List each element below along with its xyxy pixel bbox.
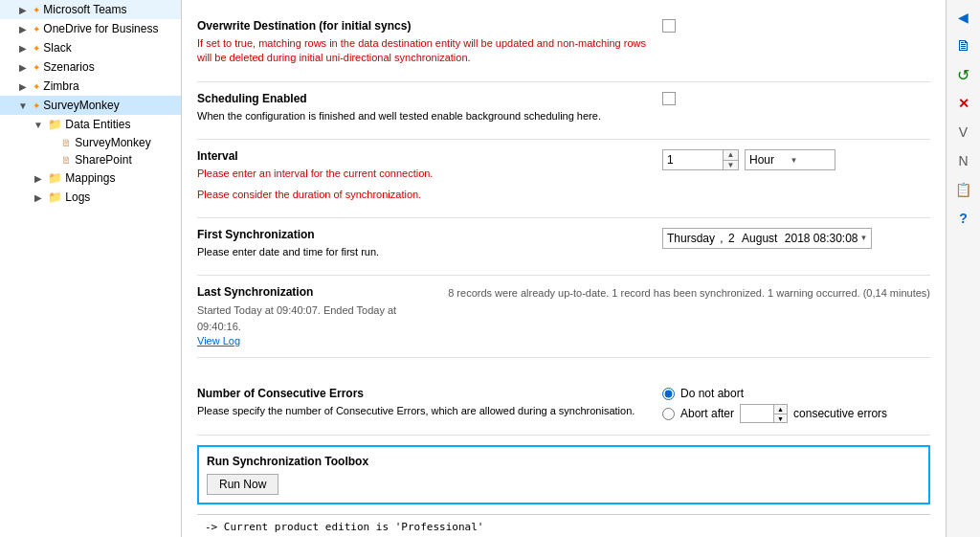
sidebar-item-zimbra[interactable]: ▶ ✦ Zimbra <box>0 77 181 96</box>
dropdown-arrow-icon: ▼ <box>791 156 832 165</box>
toolbox-section: Run Synchronization Toolbox Run Now <box>197 445 930 504</box>
consecutive-errors-desc: Please specify the number of Consecutive… <box>197 404 655 418</box>
consecutive-errors-section: Number of Consecutive Errors Please spec… <box>197 377 930 435</box>
last-sync-started: Started Today at 09:40:07. Ended Today a… <box>197 302 440 334</box>
star-icon: ✦ <box>33 62 40 73</box>
sidebar-item-label: Logs <box>65 190 90 204</box>
sidebar-item-label: SurveyMonkey <box>75 136 150 149</box>
log-line-0: -> Current product edition is 'Professio… <box>205 519 923 536</box>
interval-value-input[interactable] <box>667 150 726 169</box>
sidebar-item-slack[interactable]: ▶ ✦ Slack <box>0 38 181 57</box>
run-now-button[interactable]: Run Now <box>207 474 278 495</box>
abort-after-radio[interactable] <box>662 408 675 420</box>
log-output: -> Current product edition is 'Professio… <box>197 514 930 537</box>
expand-icon[interactable]: ▶ <box>15 59 31 75</box>
refresh-button[interactable]: ↺ <box>950 61 977 88</box>
first-sync-date-ctrl[interactable]: Thursday , 2 August 2018 08:30:08 ▼ <box>662 228 872 249</box>
sidebar-item-data-entities[interactable]: ▼ 📁 Data Entities <box>0 115 181 134</box>
abort-spinner-up[interactable]: ▲ <box>774 405 787 414</box>
interval-desc2: Please consider the duration of synchron… <box>197 188 655 202</box>
view-log-link[interactable]: View Log <box>197 335 240 347</box>
expand-icon[interactable]: ▶ <box>15 40 31 56</box>
scheduling-section: Scheduling Enabled When the configuratio… <box>197 82 930 140</box>
abort-spinner-down[interactable]: ▼ <box>774 414 787 423</box>
sidebar-item-label: Mappings <box>65 171 115 185</box>
sidebar-item-szenarios[interactable]: ▶ ✦ Szenarios <box>0 57 181 77</box>
expand-icon[interactable]: ▶ <box>15 78 31 94</box>
star-icon: ✦ <box>33 43 40 54</box>
abort-value-input[interactable] <box>743 407 775 420</box>
date-separator3 <box>779 232 782 245</box>
sidebar-item-sharepoint-entity[interactable]: 🗎 SharePoint <box>0 151 181 168</box>
back-button[interactable]: ◀ <box>950 4 977 31</box>
sidebar-item-label: Data Entities <box>65 118 130 131</box>
right-toolbar: ◀ 🗎 ↺ ✕ V N 📋 ? <box>946 0 980 537</box>
delete-button[interactable]: ✕ <box>950 90 977 117</box>
abort-after-row: Abort after ▲ ▼ consecutive errors <box>662 404 887 423</box>
scheduling-title: Scheduling Enabled <box>197 92 655 105</box>
sidebar-item-label: Zimbra <box>43 79 78 93</box>
sidebar-item-mappings[interactable]: ▶ 📁 Mappings <box>0 168 181 188</box>
interval-unit-value: Hour <box>749 153 791 167</box>
overwrite-title: Overwrite Destination (for initial syncs… <box>197 19 655 33</box>
day-value: 2 <box>728 232 735 245</box>
datetime-value: 2018 08:30:08 <box>785 232 858 245</box>
sidebar-item-logs[interactable]: ▶ 📁 Logs <box>0 188 181 207</box>
folder-icon: 📁 <box>48 118 62 131</box>
overwrite-desc: If set to true, matching rows in the dat… <box>197 36 655 66</box>
sidebar-item-onedrive[interactable]: ▶ ✦ OneDrive for Business <box>0 19 181 38</box>
sidebar-item-label: Slack <box>43 41 71 55</box>
sidebar-item-surveymonkey[interactable]: ▼ ✦ SurveyMonkey <box>0 96 181 115</box>
last-sync-title: Last Synchronization <box>197 285 440 299</box>
month-value: August <box>742 232 777 245</box>
last-sync-info: 8 records were already up-to-date. 1 rec… <box>448 285 930 302</box>
started-time: Today at 09:40:07. <box>234 304 321 316</box>
scheduling-checkbox[interactable] <box>662 92 676 105</box>
do-not-abort-label: Do not abort <box>680 387 744 400</box>
started-label: Started <box>197 304 231 316</box>
doc-icon: 🗎 <box>61 137 72 148</box>
abort-spinner[interactable]: ▲ ▼ <box>773 405 787 422</box>
folder-icon: 📁 <box>48 190 62 204</box>
sidebar: ▶ ✦ Microsoft Teams ▶ ✦ OneDrive for Bus… <box>0 0 182 537</box>
help-button[interactable]: ? <box>950 205 977 232</box>
interval-number-input[interactable]: ▲ ▼ <box>662 149 739 170</box>
do-not-abort-radio[interactable] <box>662 388 675 400</box>
abort-after-label: Abort after <box>680 407 734 420</box>
content-panel: Overwrite Destination (for initial syncs… <box>182 0 946 537</box>
interval-spinner[interactable]: ▲ ▼ <box>723 150 738 169</box>
interval-unit-dropdown[interactable]: Hour ▼ <box>745 149 835 170</box>
first-sync-title: First Synchronization <box>197 228 655 241</box>
report-button[interactable]: 📋 <box>950 176 977 203</box>
sidebar-item-microsoft-teams[interactable]: ▶ ✦ Microsoft Teams <box>0 0 181 19</box>
sidebar-item-label: SurveyMonkey <box>43 99 119 112</box>
main-area: Overwrite Destination (for initial syncs… <box>182 0 980 537</box>
new-button[interactable]: N <box>950 147 977 174</box>
star-icon: ✦ <box>33 81 40 92</box>
overwrite-checkbox[interactable] <box>662 19 676 33</box>
expand-icon[interactable]: ▼ <box>15 98 31 113</box>
abort-after-input[interactable]: ▲ ▼ <box>740 404 788 423</box>
date-dropdown-arrow-icon[interactable]: ▼ <box>860 234 868 242</box>
consecutive-errors-suffix: consecutive errors <box>793 407 887 420</box>
interval-desc1: Please enter an interval for the current… <box>197 167 655 181</box>
interval-title: Interval <box>197 149 655 163</box>
doc-button[interactable]: 🗎 <box>950 33 977 59</box>
spinner-up-btn[interactable]: ▲ <box>724 150 738 161</box>
sidebar-item-surveymonkey-entity[interactable]: 🗎 SurveyMonkey <box>0 134 181 151</box>
expand-icon[interactable]: ▶ <box>15 2 31 17</box>
star-icon: ✦ <box>33 24 40 34</box>
star-icon: ✦ <box>33 101 40 111</box>
first-sync-desc: Please enter date and time for first run… <box>197 245 655 259</box>
sidebar-item-label: Szenarios <box>43 60 94 74</box>
spinner-down-btn[interactable]: ▼ <box>724 161 738 170</box>
expand-icon[interactable]: ▶ <box>15 21 31 36</box>
sidebar-item-label: SharePoint <box>75 153 131 167</box>
expand-icon[interactable]: ▶ <box>31 190 46 205</box>
first-sync-section: First Synchronization Please enter date … <box>197 218 930 276</box>
toolbox-title: Run Synchronization Toolbox <box>207 455 921 468</box>
expand-icon[interactable]: ▼ <box>31 117 46 132</box>
scheduling-desc: When the configuration is finished and w… <box>197 109 655 123</box>
view-button[interactable]: V <box>950 119 977 145</box>
expand-icon[interactable]: ▶ <box>31 170 46 186</box>
